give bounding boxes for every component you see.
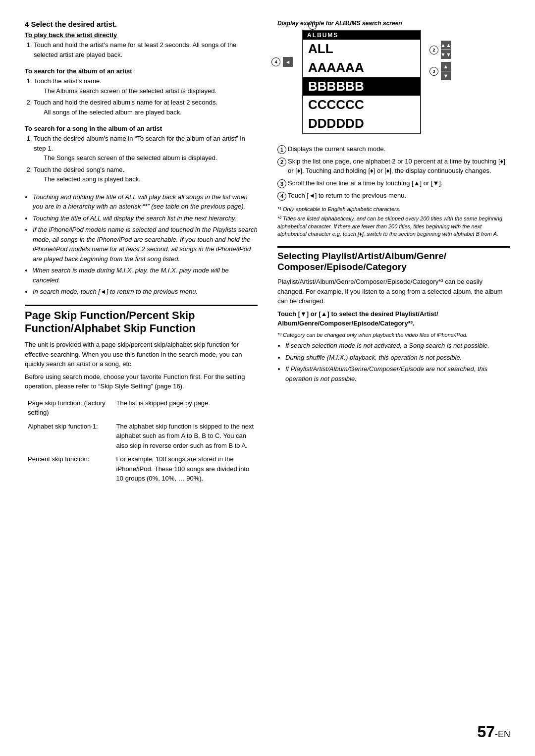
callout-row: 4 Touch [◄] to return to the previous me…: [277, 191, 510, 201]
skip-table-label: Percent skip function:: [25, 452, 113, 486]
display-example-section: Display example for ALBUMS search screen…: [277, 20, 510, 238]
callout-row: 3 Scroll the list one line at a time by …: [277, 178, 510, 188]
callout-number: 2: [277, 158, 286, 166]
search-album-heading: To search for the album of an artist: [25, 67, 258, 75]
bullet-item: Touching and holding the title of ALL wi…: [33, 192, 258, 212]
bullet-item: In search mode, touch [◄] to return to t…: [33, 287, 258, 297]
section2-bullet-item: If search selection mode is not activate…: [285, 341, 510, 351]
annotation-4-left: 4 ◄: [271, 57, 293, 67]
section2-bullet-item: During shuffle (M.I.X.) playback, this o…: [285, 353, 510, 363]
page-skip-intro1: The unit is provided with a page skip/pe…: [25, 340, 258, 369]
play-back-section: To play back the artist directly Touch a…: [25, 31, 258, 59]
albums-item[interactable]: DDDDDD: [303, 114, 420, 133]
play-back-heading: To play back the artist directly: [25, 31, 258, 39]
albums-display: ALBUMS ALLAAAAAABBBBBBCCCCCCDDDDDD: [302, 30, 421, 134]
touch-heading: Touch [▼] or [▲] to select the desired P…: [277, 309, 510, 328]
skip-table: Page skip function: (factory setting)The…: [25, 396, 258, 486]
bullet-item: When search is made during M.I.X. play, …: [33, 266, 258, 285]
skip-table-desc: The alphabet skip function is skipped to…: [113, 420, 258, 453]
albums-header: ALBUMS: [303, 31, 420, 40]
left-column: 4 Select the desired artist. To play bac…: [25, 20, 258, 493]
scroll-controls: 2 ▲▲ ▼▼ 3 ▲ ▼: [429, 41, 451, 80]
section2-bullet-list: If search selection mode is not activate…: [285, 341, 510, 383]
footnote1: *¹ Only applicable to English alphabetic…: [277, 206, 510, 213]
play-back-step1: Touch and hold the artist's name for at …: [34, 40, 258, 59]
search-song-step1: Touch the desired album's name in “To se…: [34, 134, 258, 163]
step4-label: 4 Select the desired artist.: [25, 20, 258, 28]
callout-text: Displays the current search mode.: [288, 144, 385, 154]
search-album-steps: Touch the artist's name. The Albums sear…: [34, 76, 258, 117]
callout-text: Skip the list one page, one alphabet·2 o…: [288, 157, 510, 176]
albums-item[interactable]: BBBBBB: [303, 77, 420, 96]
callout-list: 1 Displays the current search mode.2 Ski…: [277, 144, 510, 201]
albums-item[interactable]: CCCCCC: [303, 96, 420, 114]
back-button[interactable]: ◄: [283, 57, 293, 67]
callout-text: Touch [◄] to return to the previous menu…: [288, 191, 406, 201]
skip-table-row: Page skip function: (factory setting)The…: [25, 396, 258, 420]
right-column: Display example for ALBUMS search screen…: [277, 20, 510, 493]
search-album-step2: Touch and hold the desired album's name …: [34, 98, 258, 117]
skip-table-label: Page skip function: (factory setting): [25, 396, 113, 420]
page-up-button[interactable]: ▲▲: [441, 41, 451, 50]
search-song-steps: Touch the desired album's name in “To se…: [34, 134, 258, 184]
section2-bullet-item: If Playlist/Artist/Album/Genre/Composer/…: [285, 364, 510, 383]
footnote2: *² Titles are listed alphabetically, and…: [277, 215, 510, 238]
albums-list: ALLAAAAAABBBBBBCCCCCCDDDDDD: [303, 40, 420, 133]
search-song-section: To search for a song in the album of an …: [25, 125, 258, 184]
callout-row: 2 Skip the list one page, one alphabet·2…: [277, 157, 510, 176]
skip-table-desc: The list is skipped page by page.: [113, 396, 258, 420]
bullet-item: Touching the title of ALL will display t…: [33, 214, 258, 223]
annotation-1-top: 1: [308, 21, 319, 30]
footnote3: *³ Category can be changed only when pla…: [277, 331, 510, 339]
search-song-step2: Touch the desired song's name. The selec…: [34, 165, 258, 184]
annotation-3-circle: 3: [429, 67, 438, 76]
search-album-section: To search for the album of an artist Tou…: [25, 67, 258, 117]
line-down-button[interactable]: ▼: [441, 71, 451, 80]
page-skip-section: Page Skip Function/Percent Skip Function…: [25, 305, 258, 486]
albums-item[interactable]: AAAAAA: [303, 58, 420, 77]
callout-number: 4: [277, 192, 286, 201]
annotation-2-circle: 2: [429, 46, 438, 54]
callout-number: 1: [277, 145, 286, 154]
skip-table-desc: For example, 100 songs are stored in the…: [113, 452, 258, 486]
skip-table-label: Alphabet skip function·1:: [25, 420, 113, 453]
search-song-heading: To search for a song in the album of an …: [25, 125, 258, 132]
page-down-button[interactable]: ▼▼: [441, 50, 451, 59]
skip-table-row: Alphabet skip function·1:The alphabet sk…: [25, 420, 258, 453]
line-up-button[interactable]: ▲: [441, 62, 451, 71]
callout-text: Scroll the list one line at a time by to…: [288, 178, 443, 188]
page-number: 57-EN: [477, 723, 510, 741]
page-skip-intro2: Before using search mode, choose your fa…: [25, 372, 258, 391]
callout-row: 1 Displays the current search mode.: [277, 144, 510, 154]
selecting-section: Selecting Playlist/Artist/Album/Genre/ C…: [277, 246, 510, 383]
bullet-list: Touching and holding the title of ALL wi…: [33, 192, 258, 297]
page-skip-title: Page Skip Function/Percent Skip Function…: [25, 305, 258, 335]
bullet-item: If the iPhone/iPod models name is select…: [33, 225, 258, 264]
selecting-intro: Playlist/Artist/Album/Genre/Composer/Epi…: [277, 277, 510, 306]
search-album-step1: Touch the artist's name. The Albums sear…: [34, 76, 258, 96]
play-back-steps: Touch and hold the artist's name for at …: [34, 40, 258, 59]
selecting-title: Selecting Playlist/Artist/Album/Genre/ C…: [277, 246, 510, 273]
skip-table-row: Percent skip function:For example, 100 s…: [25, 452, 258, 486]
callout-number: 3: [277, 179, 286, 188]
step4-section: 4 Select the desired artist. To play bac…: [25, 20, 258, 297]
albums-item[interactable]: ALL: [303, 40, 420, 58]
